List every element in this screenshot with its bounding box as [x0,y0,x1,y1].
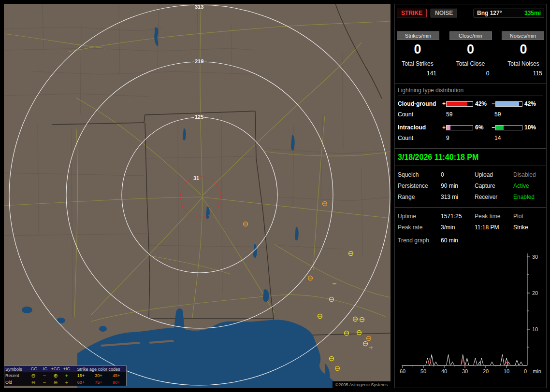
cg-positive-bar [446,101,473,107]
bearing-display: Bng 127° 335mi [474,9,544,17]
legend-symbols-title: Symbols [5,367,28,372]
strikes-per-min-chip[interactable]: Strikes/min [397,31,439,40]
peak-time-label: Peak time [475,213,513,220]
trend-y-tick-labels: 30 20 10 [532,254,538,332]
copyright-text: ©2005 Astrogenic Systems [333,381,391,388]
ic-negative-count: 14 [494,135,543,141]
intracloud-count-row: Count 9 14 [398,135,546,141]
intracloud-label: Intracloud [398,124,442,131]
svg-text:20: 20 [483,368,489,374]
upload-label: Upload [475,171,513,178]
receiver-label: Receiver [475,194,513,200]
persistence-value: 90 min [441,182,475,189]
legend-row-old: Old ⊖ − ⊕ + 60+ 75+ 90+ [4,379,126,386]
legend-col-pos-ic: +IC [61,366,72,372]
receiver-status: Enabled [513,194,543,200]
map-view[interactable]: 313 219 125 31 Symbols -CG -IC +CG +IC S… [4,4,391,388]
persistence-label: Persistence [398,182,441,189]
upload-status: Disabled [513,171,543,178]
close-per-min-chip[interactable]: Close/min [449,31,492,40]
svg-text:60: 60 [400,368,405,374]
legend-col-neg-cg: -CG [28,366,39,372]
range-ring-label: 31 [192,175,200,181]
totals-labels: Total Strikes Total Close Total Noises [397,60,544,67]
rate-counter-values: 0 0 0 [397,42,544,56]
legend-age-title: Strike age color codes [72,367,125,372]
count-label: Count [398,135,446,141]
bearing-value: Bng 127° [477,10,502,16]
age-code: 90+ [113,380,120,385]
legend-row-label: Recent [5,373,28,378]
svg-text:10: 10 [532,326,538,332]
legend-col-neg-ic: -IC [39,366,50,372]
minus-sign: − [492,100,495,107]
circle-plus-icon: ⊕ [50,373,61,378]
age-code: 30+ [95,373,102,378]
strike-mode-button[interactable]: STRIKE [397,9,427,17]
total-close-value: 0 [450,70,492,77]
trend-graph: 30 20 10 60 50 40 30 20 10 0 min [396,245,544,378]
plus-sign: + [442,100,446,107]
range-ring-label: 125 [194,114,204,120]
trend-x-unit: min [533,368,541,374]
minus-icon: − [39,373,50,378]
minus-icon: − [39,380,50,385]
peak-rate-value: 3/min [441,224,475,231]
svg-text:10: 10 [504,368,509,374]
ic-positive-pct: 6% [473,124,492,131]
cg-negative-bar-fill [496,102,519,106]
intracloud-row: Intracloud + 6% − 10% [398,124,546,131]
trend-graph-header: Trend graph 60 min [398,237,543,244]
distribution-title: Lightning type distribution [398,87,543,96]
total-strikes-value: 141 [397,70,438,77]
age-code: 60+ [77,380,85,385]
uptime-value: 1571:25 [441,213,475,220]
trend-series-strikes [403,355,527,366]
plot-value: Strike [513,224,543,231]
legend-header: Symbols -CG -IC +CG +IC Strike age color… [4,366,126,372]
ic-positive-count: 9 [446,135,494,141]
noise-mode-button[interactable]: NOISE [431,9,457,17]
bearing-distance: 335mi [524,10,541,16]
legend-row-recent: Recent ⊖ − ⊕ + 15+ 30+ 45+ [4,372,126,379]
ic-negative-pct: 10% [522,124,541,131]
cg-negative-pct: 42% [522,100,541,107]
section-divider [395,166,546,166]
app-window: 313 219 125 31 Symbols -CG -IC +CG +IC S… [0,0,550,392]
circle-plus-icon: ⊕ [50,380,61,385]
count-label: Count [398,111,446,118]
uptime-label: Uptime [398,213,441,220]
total-noises-label: Total Noises [503,60,544,67]
peak-time-value: 11:18 PM [475,224,513,231]
svg-text:50: 50 [420,368,426,374]
legend-row-label: Old [5,380,28,385]
range-value: 313 mi [441,194,475,200]
svg-text:30: 30 [462,368,468,374]
age-code: 45+ [113,373,120,378]
age-code: 15+ [77,373,85,378]
close-per-min-value: 0 [450,42,492,56]
total-strikes-label: Total Strikes [397,60,438,67]
cg-positive-bar-fill [447,102,467,106]
cg-negative-bar [495,101,522,107]
plus-icon: + [61,373,72,378]
noises-per-min-chip[interactable]: Noises/min [502,31,544,40]
range-ring-label: 219 [194,58,204,64]
control-panel: STRIKE NOISE Bng 127° 335mi Strikes/min … [394,4,547,388]
range-label: Range [398,194,441,200]
ic-negative-bar-fill [496,126,504,130]
plot-label: Plot [513,213,543,220]
ic-positive-bar-fill [447,126,450,130]
capture-label: Capture [475,182,513,189]
map-legend: Symbols -CG -IC +CG +IC Strike age color… [4,365,127,386]
range-ring-label: 313 [194,4,204,10]
total-close-label: Total Close [450,60,492,67]
circle-minus-icon: ⊖ [28,380,39,385]
status-table: Squelch 0 Upload Disabled Persistence 90… [398,171,543,200]
stats-table: Uptime 1571:25 Peak time Plot Peak rate … [398,213,543,231]
svg-text:40: 40 [441,368,447,374]
trend-x-tick-labels: 60 50 40 30 20 10 0 min [400,368,541,374]
capture-status: Active [513,182,543,189]
plus-icon: + [61,380,72,385]
section-divider [395,84,546,84]
